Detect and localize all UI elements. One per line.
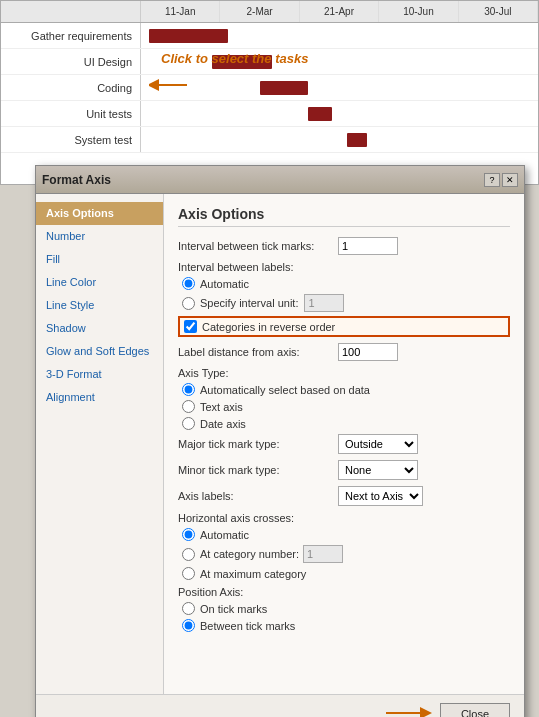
- close-x-button[interactable]: ✕: [502, 173, 518, 187]
- radio-date-axis-label: Date axis: [200, 418, 246, 430]
- click-instruction: Click to select the tasks: [161, 51, 308, 66]
- tick-interval-label: Interval between tick marks:: [178, 240, 338, 252]
- task-label-4: Unit tests: [1, 101, 141, 126]
- major-tick-select[interactable]: Outside None Inside Cross: [338, 434, 418, 454]
- radio-between-tick-label: Between tick marks: [200, 620, 295, 632]
- radio-max-category-label: At maximum category: [200, 568, 306, 580]
- gantt-bar-5: [347, 133, 367, 147]
- axis-labels-select[interactable]: Next to Axis None Low High: [338, 486, 423, 506]
- gantt-bar-1: [149, 29, 228, 43]
- reverse-order-label: Categories in reverse order: [202, 321, 335, 333]
- gantt-label-col: [1, 1, 141, 22]
- sidebar-item-line-color[interactable]: Line Color: [36, 271, 163, 294]
- radio-auto-select-label: Automatically select based on data: [200, 384, 370, 396]
- help-button[interactable]: ?: [484, 173, 500, 187]
- tick-interval-input[interactable]: [338, 237, 398, 255]
- radio-auto-cross-label: Automatic: [200, 529, 249, 541]
- gantt-dates: 11-Jan 2-Mar 21-Apr 10-Jun 30-Jul: [141, 1, 538, 22]
- format-axis-dialog: Format Axis ? ✕ Axis Options Number Fill…: [35, 165, 525, 717]
- dialog-sidebar: Axis Options Number Fill Line Color Line…: [36, 194, 164, 694]
- table-row: Gather requirements: [1, 23, 538, 49]
- radio-date-axis[interactable]: [182, 417, 195, 430]
- dialog-footer: Close: [36, 694, 524, 717]
- sidebar-item-fill[interactable]: Fill: [36, 248, 163, 271]
- gantt-header: 11-Jan 2-Mar 21-Apr 10-Jun 30-Jul: [1, 1, 538, 23]
- sidebar-item-axis-options[interactable]: Axis Options: [36, 202, 163, 225]
- radio-date-axis-row: Date axis: [178, 417, 510, 430]
- minor-tick-row: Minor tick mark type: None Inside Outsid…: [178, 460, 510, 480]
- position-label: Position Axis:: [178, 586, 510, 598]
- date-5: 30-Jul: [459, 1, 538, 22]
- date-1: 11-Jan: [141, 1, 220, 22]
- gantt-rows: Gather requirements UI Design Coding Uni…: [1, 23, 538, 153]
- gantt-bar-3: [260, 81, 308, 95]
- minor-tick-label: Minor tick mark type:: [178, 464, 338, 476]
- sidebar-item-number[interactable]: Number: [36, 225, 163, 248]
- sidebar-item-line-style[interactable]: Line Style: [36, 294, 163, 317]
- specify-interval-input[interactable]: [304, 294, 344, 312]
- date-4: 10-Jun: [379, 1, 458, 22]
- radio-auto-select[interactable]: [182, 383, 195, 396]
- task-label-3: Coding: [1, 75, 141, 100]
- axis-labels-label: Axis labels:: [178, 490, 338, 502]
- radio-text-axis[interactable]: [182, 400, 195, 413]
- sidebar-item-alignment[interactable]: Alignment: [36, 386, 163, 409]
- label-distance-input[interactable]: [338, 343, 398, 361]
- radio-between-tick-row: Between tick marks: [178, 619, 510, 632]
- labels-interval-label: Interval between labels:: [178, 261, 510, 273]
- sidebar-item-3d-format[interactable]: 3-D Format: [36, 363, 163, 386]
- table-row: Coding: [1, 75, 538, 101]
- radio-category-num[interactable]: [182, 548, 195, 561]
- gantt-chart: 11-Jan 2-Mar 21-Apr 10-Jun 30-Jul Gather…: [0, 0, 539, 185]
- radio-on-tick[interactable]: [182, 602, 195, 615]
- task-label-1: Gather requirements: [1, 23, 141, 48]
- date-3: 21-Apr: [300, 1, 379, 22]
- gantt-bar-4: [308, 107, 332, 121]
- label-distance-label: Label distance from axis:: [178, 346, 338, 358]
- radio-auto-select-row: Automatically select based on data: [178, 383, 510, 396]
- radio-auto-cross-row: Automatic: [178, 528, 510, 541]
- category-num-input[interactable]: [303, 545, 343, 563]
- radio-text-axis-row: Text axis: [178, 400, 510, 413]
- section-title: Axis Options: [178, 206, 510, 227]
- minor-tick-select[interactable]: None Inside Outside Cross: [338, 460, 418, 480]
- radio-between-tick[interactable]: [182, 619, 195, 632]
- dialog-title: Format Axis: [42, 173, 111, 187]
- table-row: System test: [1, 127, 538, 153]
- task-label-2: UI Design: [1, 49, 141, 74]
- label-distance-row: Label distance from axis:: [178, 343, 510, 361]
- radio-category-num-label: At category number:: [200, 548, 299, 560]
- dialog-titlebar: Format Axis ? ✕: [36, 166, 524, 194]
- major-tick-row: Major tick mark type: Outside None Insid…: [178, 434, 510, 454]
- bar-area-1: [141, 23, 538, 48]
- arrow-left-indicator: [149, 75, 189, 97]
- radio-on-tick-label: On tick marks: [200, 603, 267, 615]
- reverse-order-row: Categories in reverse order: [178, 316, 510, 337]
- close-button[interactable]: Close: [440, 703, 510, 717]
- date-2: 2-Mar: [220, 1, 299, 22]
- radio-automatic-row: Automatic: [178, 277, 510, 290]
- reverse-order-checkbox[interactable]: [184, 320, 197, 333]
- tick-interval-row: Interval between tick marks:: [178, 237, 510, 255]
- radio-automatic-label: Automatic: [200, 278, 249, 290]
- radio-max-category[interactable]: [182, 567, 195, 580]
- bar-area-3: [141, 75, 538, 100]
- close-arrow-indicator: [384, 703, 434, 717]
- dialog-body: Axis Options Number Fill Line Color Line…: [36, 194, 524, 694]
- radio-auto-cross[interactable]: [182, 528, 195, 541]
- radio-specify-row: Specify interval unit:: [178, 294, 510, 312]
- radio-automatic[interactable]: [182, 277, 195, 290]
- radio-max-category-row: At maximum category: [178, 567, 510, 580]
- radio-on-tick-row: On tick marks: [178, 602, 510, 615]
- sidebar-item-glow[interactable]: Glow and Soft Edges: [36, 340, 163, 363]
- dialog-main: Axis Options Interval between tick marks…: [164, 194, 524, 694]
- axis-type-label: Axis Type:: [178, 367, 510, 379]
- table-row: Unit tests: [1, 101, 538, 127]
- task-label-5: System test: [1, 127, 141, 152]
- radio-specify[interactable]: [182, 297, 195, 310]
- sidebar-item-shadow[interactable]: Shadow: [36, 317, 163, 340]
- major-tick-label: Major tick mark type:: [178, 438, 338, 450]
- bar-area-4: [141, 101, 538, 126]
- radio-text-axis-label: Text axis: [200, 401, 243, 413]
- radio-specify-label: Specify interval unit:: [200, 297, 298, 309]
